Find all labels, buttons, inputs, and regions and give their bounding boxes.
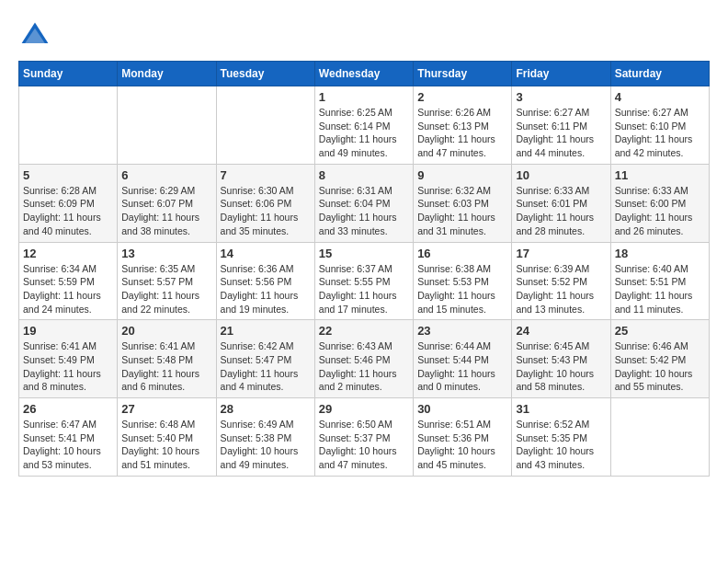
calendar-cell: 4Sunrise: 6:27 AM Sunset: 6:10 PM Daylig… bbox=[610, 86, 709, 165]
calendar-cell: 31Sunrise: 6:52 AM Sunset: 5:35 PM Dayli… bbox=[512, 398, 610, 477]
day-number: 6 bbox=[121, 168, 211, 182]
weekday-header-saturday: Saturday bbox=[610, 62, 709, 86]
day-number: 29 bbox=[319, 402, 409, 416]
calendar-cell bbox=[610, 398, 709, 477]
weekday-header-sunday: Sunday bbox=[19, 62, 118, 86]
day-number: 24 bbox=[516, 324, 606, 338]
day-number: 5 bbox=[23, 168, 113, 182]
calendar-cell: 21Sunrise: 6:42 AM Sunset: 5:47 PM Dayli… bbox=[216, 320, 314, 398]
calendar-cell: 30Sunrise: 6:51 AM Sunset: 5:36 PM Dayli… bbox=[414, 398, 512, 477]
day-info: Sunrise: 6:49 AM Sunset: 5:38 PM Dayligh… bbox=[221, 418, 311, 472]
day-info: Sunrise: 6:27 AM Sunset: 6:10 PM Dayligh… bbox=[615, 106, 705, 160]
day-number: 22 bbox=[319, 324, 409, 338]
week-row-3: 12Sunrise: 6:34 AM Sunset: 5:59 PM Dayli… bbox=[19, 242, 710, 320]
day-info: Sunrise: 6:50 AM Sunset: 5:37 PM Dayligh… bbox=[319, 418, 409, 472]
day-info: Sunrise: 6:31 AM Sunset: 6:04 PM Dayligh… bbox=[319, 184, 409, 238]
calendar-cell: 12Sunrise: 6:34 AM Sunset: 5:59 PM Dayli… bbox=[19, 242, 118, 320]
day-info: Sunrise: 6:47 AM Sunset: 5:41 PM Dayligh… bbox=[23, 418, 113, 472]
weekday-header-thursday: Thursday bbox=[414, 62, 512, 86]
day-number: 19 bbox=[23, 324, 113, 338]
calendar-cell: 27Sunrise: 6:48 AM Sunset: 5:40 PM Dayli… bbox=[118, 398, 216, 477]
calendar-cell: 1Sunrise: 6:25 AM Sunset: 6:14 PM Daylig… bbox=[314, 86, 413, 165]
calendar-cell: 18Sunrise: 6:40 AM Sunset: 5:51 PM Dayli… bbox=[610, 242, 709, 320]
calendar-cell bbox=[118, 86, 216, 165]
calendar-cell: 25Sunrise: 6:46 AM Sunset: 5:42 PM Dayli… bbox=[610, 320, 709, 398]
calendar-cell: 26Sunrise: 6:47 AM Sunset: 5:41 PM Dayli… bbox=[19, 398, 118, 477]
calendar-cell: 20Sunrise: 6:41 AM Sunset: 5:48 PM Dayli… bbox=[118, 320, 216, 398]
calendar-cell: 22Sunrise: 6:43 AM Sunset: 5:46 PM Dayli… bbox=[314, 320, 413, 398]
day-number: 9 bbox=[417, 168, 507, 182]
calendar-cell: 8Sunrise: 6:31 AM Sunset: 6:04 PM Daylig… bbox=[314, 164, 413, 242]
day-info: Sunrise: 6:26 AM Sunset: 6:13 PM Dayligh… bbox=[417, 106, 507, 160]
day-info: Sunrise: 6:30 AM Sunset: 6:06 PM Dayligh… bbox=[221, 184, 311, 238]
weekday-header-row: SundayMondayTuesdayWednesdayThursdayFrid… bbox=[19, 62, 710, 86]
calendar-cell: 14Sunrise: 6:36 AM Sunset: 5:56 PM Dayli… bbox=[216, 242, 314, 320]
day-number: 3 bbox=[516, 90, 606, 104]
day-info: Sunrise: 6:46 AM Sunset: 5:42 PM Dayligh… bbox=[615, 339, 705, 394]
week-row-4: 19Sunrise: 6:41 AM Sunset: 5:49 PM Dayli… bbox=[19, 320, 710, 398]
calendar-cell: 29Sunrise: 6:50 AM Sunset: 5:37 PM Dayli… bbox=[314, 398, 413, 477]
calendar-cell: 10Sunrise: 6:33 AM Sunset: 6:01 PM Dayli… bbox=[512, 164, 610, 242]
day-number: 11 bbox=[615, 168, 705, 182]
logo bbox=[18, 18, 57, 52]
calendar-cell bbox=[19, 86, 118, 165]
weekday-header-tuesday: Tuesday bbox=[216, 62, 314, 86]
day-number: 23 bbox=[417, 324, 507, 338]
day-info: Sunrise: 6:41 AM Sunset: 5:48 PM Dayligh… bbox=[121, 339, 211, 394]
day-number: 16 bbox=[417, 247, 507, 260]
day-info: Sunrise: 6:39 AM Sunset: 5:52 PM Dayligh… bbox=[516, 262, 606, 316]
calendar-cell: 6Sunrise: 6:29 AM Sunset: 6:07 PM Daylig… bbox=[118, 164, 216, 242]
logo-icon bbox=[18, 18, 51, 52]
weekday-header-friday: Friday bbox=[512, 62, 610, 86]
day-number: 25 bbox=[615, 324, 705, 338]
day-info: Sunrise: 6:45 AM Sunset: 5:43 PM Dayligh… bbox=[516, 339, 606, 394]
weekday-header-wednesday: Wednesday bbox=[314, 62, 413, 86]
calendar-cell: 23Sunrise: 6:44 AM Sunset: 5:44 PM Dayli… bbox=[414, 320, 512, 398]
day-number: 7 bbox=[221, 168, 311, 182]
calendar-cell: 2Sunrise: 6:26 AM Sunset: 6:13 PM Daylig… bbox=[414, 86, 512, 165]
weekday-header-monday: Monday bbox=[118, 62, 216, 86]
day-number: 1 bbox=[319, 90, 409, 104]
day-info: Sunrise: 6:40 AM Sunset: 5:51 PM Dayligh… bbox=[615, 262, 705, 316]
day-info: Sunrise: 6:48 AM Sunset: 5:40 PM Dayligh… bbox=[121, 418, 211, 472]
day-number: 13 bbox=[121, 247, 211, 260]
day-info: Sunrise: 6:51 AM Sunset: 5:36 PM Dayligh… bbox=[417, 418, 507, 472]
day-info: Sunrise: 6:38 AM Sunset: 5:53 PM Dayligh… bbox=[417, 262, 507, 316]
day-number: 12 bbox=[23, 247, 113, 260]
day-number: 4 bbox=[615, 90, 705, 104]
day-info: Sunrise: 6:36 AM Sunset: 5:56 PM Dayligh… bbox=[221, 262, 311, 316]
day-number: 15 bbox=[319, 247, 409, 260]
calendar-cell bbox=[216, 86, 314, 165]
calendar-cell: 19Sunrise: 6:41 AM Sunset: 5:49 PM Dayli… bbox=[19, 320, 118, 398]
day-number: 18 bbox=[615, 247, 705, 260]
day-info: Sunrise: 6:41 AM Sunset: 5:49 PM Dayligh… bbox=[23, 339, 113, 394]
week-row-5: 26Sunrise: 6:47 AM Sunset: 5:41 PM Dayli… bbox=[19, 398, 710, 477]
day-number: 26 bbox=[23, 402, 113, 416]
day-number: 17 bbox=[516, 247, 606, 260]
calendar-cell: 24Sunrise: 6:45 AM Sunset: 5:43 PM Dayli… bbox=[512, 320, 610, 398]
day-info: Sunrise: 6:25 AM Sunset: 6:14 PM Dayligh… bbox=[319, 106, 409, 160]
day-number: 27 bbox=[121, 402, 211, 416]
day-number: 31 bbox=[516, 402, 606, 416]
day-info: Sunrise: 6:44 AM Sunset: 5:44 PM Dayligh… bbox=[417, 339, 507, 394]
calendar-cell: 7Sunrise: 6:30 AM Sunset: 6:06 PM Daylig… bbox=[216, 164, 314, 242]
week-row-2: 5Sunrise: 6:28 AM Sunset: 6:09 PM Daylig… bbox=[19, 164, 710, 242]
day-number: 30 bbox=[417, 402, 507, 416]
day-number: 21 bbox=[221, 324, 311, 338]
calendar-cell: 15Sunrise: 6:37 AM Sunset: 5:55 PM Dayli… bbox=[314, 242, 413, 320]
calendar-cell: 28Sunrise: 6:49 AM Sunset: 5:38 PM Dayli… bbox=[216, 398, 314, 477]
day-info: Sunrise: 6:33 AM Sunset: 6:00 PM Dayligh… bbox=[615, 184, 705, 238]
day-info: Sunrise: 6:35 AM Sunset: 5:57 PM Dayligh… bbox=[121, 262, 211, 316]
day-number: 2 bbox=[417, 90, 507, 104]
calendar-cell: 17Sunrise: 6:39 AM Sunset: 5:52 PM Dayli… bbox=[512, 242, 610, 320]
calendar-cell: 5Sunrise: 6:28 AM Sunset: 6:09 PM Daylig… bbox=[19, 164, 118, 242]
day-info: Sunrise: 6:32 AM Sunset: 6:03 PM Dayligh… bbox=[417, 184, 507, 238]
calendar-cell: 11Sunrise: 6:33 AM Sunset: 6:00 PM Dayli… bbox=[610, 164, 709, 242]
day-info: Sunrise: 6:43 AM Sunset: 5:46 PM Dayligh… bbox=[319, 339, 409, 394]
calendar-cell: 13Sunrise: 6:35 AM Sunset: 5:57 PM Dayli… bbox=[118, 242, 216, 320]
calendar-table: SundayMondayTuesdayWednesdayThursdayFrid… bbox=[18, 61, 710, 477]
calendar-cell: 16Sunrise: 6:38 AM Sunset: 5:53 PM Dayli… bbox=[414, 242, 512, 320]
day-number: 28 bbox=[221, 402, 311, 416]
calendar-cell: 3Sunrise: 6:27 AM Sunset: 6:11 PM Daylig… bbox=[512, 86, 610, 165]
page-header bbox=[18, 18, 710, 52]
